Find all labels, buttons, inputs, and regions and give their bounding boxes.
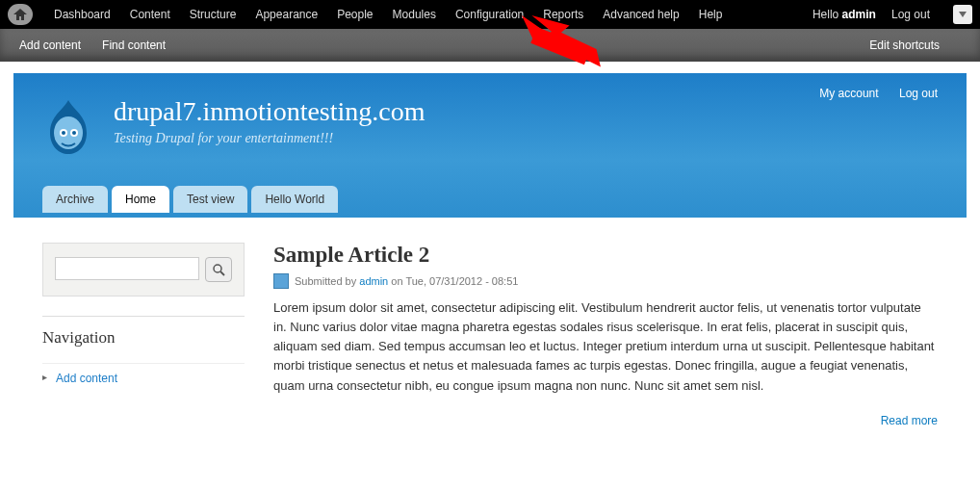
admin-logout-link[interactable]: Log out: [891, 8, 930, 21]
read-more-link[interactable]: Read more: [881, 414, 938, 427]
content-area: Navigation Add content Sample Article 2 …: [13, 218, 967, 452]
menu-dashboard[interactable]: Dashboard: [44, 0, 120, 29]
article-submitted: Submitted by admin on Tue, 07/31/2012 - …: [273, 273, 938, 289]
menu-modules[interactable]: Modules: [383, 0, 446, 29]
navigation-block: Navigation Add content: [42, 316, 245, 393]
svg-point-3: [62, 131, 65, 135]
header-user-links: My account Log out: [802, 87, 938, 100]
svg-point-0: [54, 116, 83, 149]
main-tabs: Archive Home Test view Hello World: [42, 186, 938, 213]
shortcut-add-content[interactable]: Add content: [19, 39, 81, 52]
chevron-down-icon: [959, 12, 967, 17]
article-body: Lorem ipsum dolor sit amet, consectetur …: [273, 298, 938, 396]
link-log-out[interactable]: Log out: [899, 87, 938, 100]
menu-people[interactable]: People: [327, 0, 382, 29]
hello-user: Hello admin: [812, 8, 876, 21]
search-button[interactable]: [205, 257, 232, 282]
admin-menu: Dashboard Content Structure Appearance P…: [44, 0, 732, 29]
shortcut-bar: Add content Find content Edit shortcuts: [0, 29, 980, 62]
svg-line-6: [220, 271, 224, 275]
site-slogan: Testing Drupal for your entertainment!!!: [114, 131, 426, 146]
svg-point-4: [72, 131, 76, 135]
shortcut-edit-shortcuts[interactable]: Edit shortcuts: [869, 39, 940, 52]
link-my-account[interactable]: My account: [819, 87, 878, 100]
sidebar: Navigation Add content: [42, 243, 245, 427]
menu-help[interactable]: Help: [689, 0, 733, 29]
article-author-link[interactable]: admin: [359, 275, 388, 287]
article-title[interactable]: Sample Article 2: [273, 243, 938, 268]
submitted-prefix: Submitted by: [295, 275, 359, 287]
menu-structure[interactable]: Structure: [180, 0, 246, 29]
navigation-title: Navigation: [42, 328, 245, 348]
site-header: My account Log out drupal7.inmotiontesti…: [13, 73, 967, 218]
tab-archive[interactable]: Archive: [42, 186, 108, 213]
site-info: drupal7.inmotiontesting.com Testing Drup…: [114, 96, 426, 146]
svg-point-5: [214, 265, 221, 272]
tab-home[interactable]: Home: [112, 186, 169, 213]
navigation-list: Add content: [42, 363, 245, 393]
main-content: Sample Article 2 Submitted by admin on T…: [273, 243, 938, 427]
submitted-date: on Tue, 07/31/2012 - 08:51: [388, 275, 518, 287]
admin-toolbar-right: Hello admin Log out: [812, 5, 972, 24]
search-icon: [213, 264, 225, 276]
search-block: [42, 243, 245, 297]
search-input[interactable]: [55, 257, 199, 280]
home-icon: [13, 9, 27, 20]
home-icon-button[interactable]: [8, 4, 33, 25]
menu-configuration[interactable]: Configuration: [446, 0, 533, 29]
read-more-wrap: Read more: [273, 413, 938, 427]
shortcut-find-content[interactable]: Find content: [102, 39, 166, 52]
menu-appearance[interactable]: Appearance: [245, 0, 327, 29]
menu-reports[interactable]: Reports: [533, 0, 593, 29]
nav-add-content[interactable]: Add content: [42, 364, 245, 393]
toolbar-toggle-button[interactable]: [953, 5, 972, 24]
branding: drupal7.inmotiontesting.com Testing Drup…: [42, 90, 938, 159]
menu-content[interactable]: Content: [120, 0, 180, 29]
menu-advanced-help[interactable]: Advanced help: [593, 0, 688, 29]
admin-toolbar: Dashboard Content Structure Appearance P…: [0, 0, 980, 29]
site-name[interactable]: drupal7.inmotiontesting.com: [114, 96, 426, 127]
tab-hello-world[interactable]: Hello World: [251, 186, 338, 213]
drupal-logo-icon[interactable]: [42, 98, 94, 159]
tab-test-view[interactable]: Test view: [173, 186, 247, 213]
user-picture-icon: [273, 273, 289, 289]
